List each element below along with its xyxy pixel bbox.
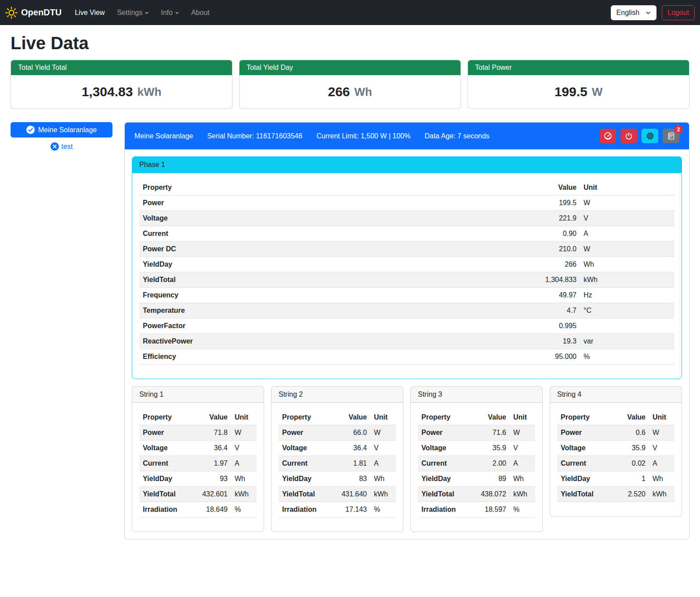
phase-table: Property Value Unit Power — [139, 180, 675, 365]
column-header-property: Property — [557, 410, 609, 425]
value-cell: 1 — [609, 471, 649, 487]
sun-icon — [5, 7, 18, 19]
property-cell: YieldTotal — [279, 487, 331, 502]
power-icon — [625, 132, 633, 140]
property-cell: ReactivePower — [139, 334, 514, 349]
inverter-actions: 2 — [599, 129, 679, 143]
check-circle-icon — [26, 126, 35, 134]
logout-button[interactable]: Logout — [662, 5, 695, 20]
nav-item-live-view[interactable]: Live View — [69, 5, 110, 20]
value-cell: 89 — [470, 471, 510, 487]
chevron-down-icon — [175, 12, 179, 14]
column-header-value: Value — [331, 410, 370, 425]
value-cell: 221.9 — [514, 211, 580, 226]
property-cell: Power — [139, 425, 192, 441]
property-cell: YieldDay — [279, 471, 331, 487]
summary-card-unit: W — [592, 85, 603, 99]
table-header-row: Property Value Unit — [557, 410, 675, 425]
unit-cell: V — [370, 441, 396, 456]
event-log-button[interactable]: 2 — [663, 129, 679, 143]
property-cell: Frequency — [139, 288, 514, 303]
property-cell: YieldTotal — [418, 487, 470, 502]
value-cell: 35.9 — [470, 441, 510, 456]
property-cell: Voltage — [139, 211, 514, 226]
column-header-property: Property — [418, 410, 470, 425]
column-header-property: Property — [139, 410, 192, 425]
unit-cell: W — [510, 425, 535, 441]
summary-card-unit: kWh — [137, 85, 161, 99]
unit-cell: kWh — [580, 272, 675, 288]
nav-item-label: Info — [161, 9, 173, 17]
table-row: YieldTotal 432.601 kWh — [139, 487, 257, 502]
value-cell: 49.97 — [514, 288, 580, 303]
property-cell: YieldDay — [139, 257, 514, 272]
property-cell: Irradiation — [418, 502, 470, 517]
unit-cell: kWh — [510, 487, 535, 502]
limit-settings-button[interactable] — [599, 129, 616, 143]
nav-item-about[interactable]: About — [186, 5, 215, 20]
journal-text-icon — [667, 132, 675, 140]
brand-label: OpenDTU — [21, 7, 62, 18]
string-table: Property Value Unit Power — [418, 410, 535, 517]
summary-card-unit: Wh — [354, 85, 372, 99]
inverter-sidebar: Meine Solaranlage test — [11, 122, 116, 151]
value-cell: 0.6 — [609, 425, 649, 441]
unit-cell: V — [649, 441, 675, 456]
property-cell: YieldTotal — [139, 272, 514, 288]
table-row: Current 1.97 A — [139, 456, 257, 471]
chevron-down-icon — [145, 12, 149, 14]
inverter-item-label: test — [62, 143, 73, 151]
table-row: Voltage 221.9 V — [139, 211, 675, 226]
power-button[interactable] — [620, 129, 637, 143]
string-card-2: String 2 Property Value Unit — [271, 386, 403, 532]
property-cell: YieldTotal — [557, 487, 609, 502]
string-card-title: String 2 — [272, 387, 403, 403]
value-cell: 95.000 — [514, 349, 580, 365]
value-cell: 1,304.833 — [514, 272, 580, 288]
table-row: YieldDay 1 Wh — [557, 471, 675, 487]
value-cell: 432.601 — [192, 487, 231, 502]
nav-item-label: Live View — [75, 9, 105, 17]
string-card-3: String 3 Property Value Unit — [410, 386, 543, 532]
language-select[interactable]: English — [611, 5, 656, 20]
device-info-button[interactable] — [642, 129, 658, 143]
table-header-row: Property Value Unit — [139, 180, 675, 195]
unit-cell: V — [510, 441, 535, 456]
value-cell: 36.4 — [192, 441, 231, 456]
table-header-row: Property Value Unit — [418, 410, 535, 425]
nav-item-settings[interactable]: Settings — [112, 5, 154, 20]
property-cell: Voltage — [418, 441, 470, 456]
inverter-select-button[interactable]: Meine Solaranlage — [11, 122, 112, 137]
event-count-badge: 2 — [674, 125, 683, 134]
summary-card-total-yield-total: Total Yield Total 1,304.83 kWh — [11, 60, 232, 109]
unit-cell: % — [370, 502, 396, 517]
strings-row: String 1 Property Value Unit — [132, 386, 682, 532]
language-value: English — [617, 9, 639, 17]
unit-cell: W — [370, 425, 396, 441]
x-circle-icon — [51, 142, 59, 151]
summary-card-title: Total Yield Day — [239, 60, 461, 75]
unit-cell: kWh — [231, 487, 257, 502]
table-row: Irradiation 18.597 % — [418, 502, 535, 517]
nav-item-info[interactable]: Info — [156, 5, 184, 20]
table-row: YieldDay 83 Wh — [279, 471, 396, 487]
inverter-name: Meine Solaranlage — [134, 132, 193, 140]
table-row: PowerFactor 0.995 — [139, 318, 675, 334]
nav-item-label: Settings — [117, 9, 142, 17]
property-cell: Current — [139, 226, 514, 242]
value-cell: 0.90 — [514, 226, 580, 242]
summary-card-value: 1,304.83 — [82, 84, 133, 99]
unit-cell: W — [580, 242, 675, 257]
column-header-unit: Unit — [370, 410, 396, 425]
inverter-limit: Current Limit: 1,500 W | 100% — [316, 132, 410, 140]
table-row: Current 1.81 A — [279, 456, 396, 471]
unit-cell: A — [580, 226, 675, 242]
chevron-down-icon — [646, 10, 651, 15]
value-cell: 1.81 — [331, 456, 370, 471]
value-cell: 93 — [192, 471, 231, 487]
inverter-item-test[interactable]: test — [11, 142, 112, 151]
brand[interactable]: OpenDTU — [5, 7, 62, 19]
value-cell: 0.995 — [514, 318, 580, 334]
table-row: Frequency 49.97 Hz — [139, 288, 675, 303]
column-header-unit: Unit — [510, 410, 535, 425]
